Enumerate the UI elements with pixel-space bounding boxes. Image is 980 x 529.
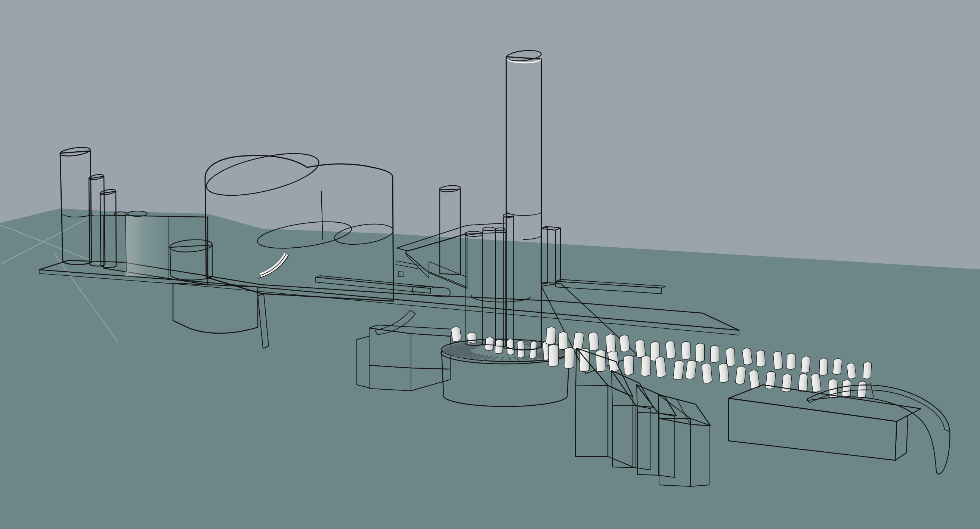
louver-fin[interactable] [451,326,462,342]
louver-fin[interactable] [685,360,697,380]
louver-fin[interactable] [495,339,503,354]
louver-fin[interactable] [773,351,783,370]
louver-fin[interactable] [735,366,746,385]
louver-fin[interactable] [641,356,651,376]
louver-fin[interactable] [624,355,634,375]
louver-fin[interactable] [846,363,856,380]
louver-fin[interactable] [673,360,684,380]
louver-fin[interactable] [782,373,792,392]
louver-fin[interactable] [558,332,568,349]
louver-fin[interactable] [702,363,713,384]
louver-fin[interactable] [811,373,821,392]
louver-fin[interactable] [819,358,828,375]
louver-fin[interactable] [719,363,729,383]
louver-fin[interactable] [833,358,843,375]
louver-fin[interactable] [726,348,735,367]
louver-fin[interactable] [635,339,646,358]
louver-fin[interactable] [549,345,558,367]
louver-fin[interactable] [596,349,606,372]
louver-fin[interactable] [799,373,808,392]
louver-fin[interactable] [696,343,705,362]
louver-fin[interactable] [681,342,691,360]
louver-fin[interactable] [711,346,719,363]
louver-fin[interactable] [801,356,810,373]
louver-fin[interactable] [485,337,494,351]
louver-fin[interactable] [665,340,676,359]
louver-fin[interactable] [863,362,872,379]
louver-fin[interactable] [787,353,795,370]
louver-fin[interactable] [564,348,574,369]
louver-fin[interactable] [589,332,599,351]
louver-fin[interactable] [517,340,525,358]
louver-fin[interactable] [756,350,765,367]
louver-fin[interactable] [546,327,556,345]
louver-fin[interactable] [606,334,616,353]
3d-viewport-canvas[interactable] [0,0,980,529]
louver-fin[interactable] [842,380,851,397]
louver-fin[interactable] [619,335,630,352]
viewport-wrap [0,0,980,529]
